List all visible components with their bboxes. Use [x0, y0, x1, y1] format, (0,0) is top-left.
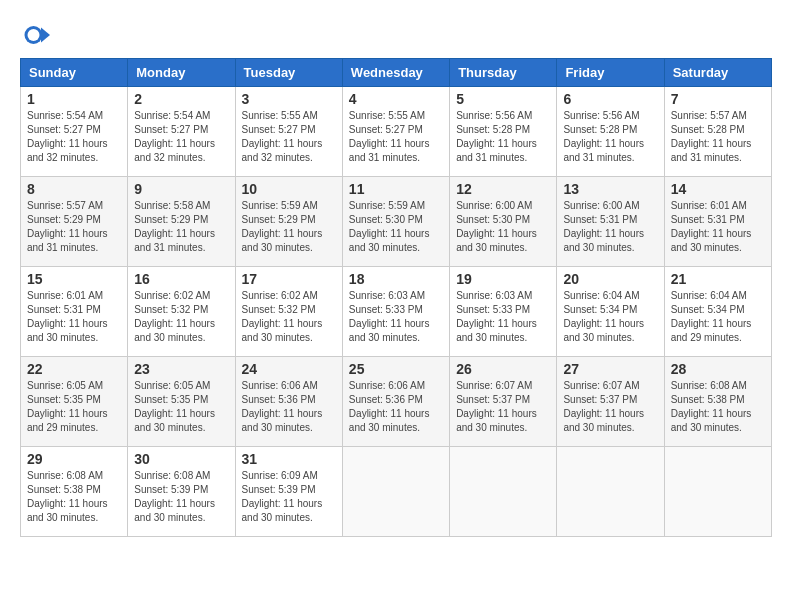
calendar-header-sunday: Sunday: [21, 59, 128, 87]
day-info: Sunrise: 6:07 AM Sunset: 5:37 PM Dayligh…: [456, 379, 550, 435]
day-info: Sunrise: 5:57 AM Sunset: 5:28 PM Dayligh…: [671, 109, 765, 165]
day-number: 24: [242, 361, 336, 377]
day-number: 15: [27, 271, 121, 287]
calendar-cell: 15 Sunrise: 6:01 AM Sunset: 5:31 PM Dayl…: [21, 267, 128, 357]
calendar-cell: 28 Sunrise: 6:08 AM Sunset: 5:38 PM Dayl…: [664, 357, 771, 447]
calendar-cell: 2 Sunrise: 5:54 AM Sunset: 5:27 PM Dayli…: [128, 87, 235, 177]
day-number: 9: [134, 181, 228, 197]
day-info: Sunrise: 6:09 AM Sunset: 5:39 PM Dayligh…: [242, 469, 336, 525]
day-number: 16: [134, 271, 228, 287]
calendar-cell: 19 Sunrise: 6:03 AM Sunset: 5:33 PM Dayl…: [450, 267, 557, 357]
calendar-header-row: SundayMondayTuesdayWednesdayThursdayFrid…: [21, 59, 772, 87]
day-number: 30: [134, 451, 228, 467]
calendar-cell: 31 Sunrise: 6:09 AM Sunset: 5:39 PM Dayl…: [235, 447, 342, 537]
calendar-cell: [664, 447, 771, 537]
day-info: Sunrise: 5:59 AM Sunset: 5:30 PM Dayligh…: [349, 199, 443, 255]
logo-icon: [20, 20, 50, 50]
day-number: 18: [349, 271, 443, 287]
calendar-table: SundayMondayTuesdayWednesdayThursdayFrid…: [20, 58, 772, 537]
day-info: Sunrise: 6:08 AM Sunset: 5:38 PM Dayligh…: [671, 379, 765, 435]
day-number: 11: [349, 181, 443, 197]
day-number: 21: [671, 271, 765, 287]
day-info: Sunrise: 6:06 AM Sunset: 5:36 PM Dayligh…: [242, 379, 336, 435]
calendar-cell: 21 Sunrise: 6:04 AM Sunset: 5:34 PM Dayl…: [664, 267, 771, 357]
day-info: Sunrise: 5:57 AM Sunset: 5:29 PM Dayligh…: [27, 199, 121, 255]
day-number: 26: [456, 361, 550, 377]
calendar-cell: 24 Sunrise: 6:06 AM Sunset: 5:36 PM Dayl…: [235, 357, 342, 447]
page-header: [20, 20, 772, 50]
calendar-week-row: 22 Sunrise: 6:05 AM Sunset: 5:35 PM Dayl…: [21, 357, 772, 447]
calendar-header-friday: Friday: [557, 59, 664, 87]
day-info: Sunrise: 6:03 AM Sunset: 5:33 PM Dayligh…: [456, 289, 550, 345]
day-number: 27: [563, 361, 657, 377]
calendar-header-monday: Monday: [128, 59, 235, 87]
day-info: Sunrise: 6:03 AM Sunset: 5:33 PM Dayligh…: [349, 289, 443, 345]
day-number: 29: [27, 451, 121, 467]
calendar-cell: 8 Sunrise: 5:57 AM Sunset: 5:29 PM Dayli…: [21, 177, 128, 267]
calendar-cell: 5 Sunrise: 5:56 AM Sunset: 5:28 PM Dayli…: [450, 87, 557, 177]
calendar-header-saturday: Saturday: [664, 59, 771, 87]
day-info: Sunrise: 5:55 AM Sunset: 5:27 PM Dayligh…: [349, 109, 443, 165]
day-number: 8: [27, 181, 121, 197]
day-info: Sunrise: 5:54 AM Sunset: 5:27 PM Dayligh…: [27, 109, 121, 165]
calendar-cell: 16 Sunrise: 6:02 AM Sunset: 5:32 PM Dayl…: [128, 267, 235, 357]
calendar-cell: 26 Sunrise: 6:07 AM Sunset: 5:37 PM Dayl…: [450, 357, 557, 447]
calendar-cell: [342, 447, 449, 537]
day-number: 22: [27, 361, 121, 377]
day-info: Sunrise: 5:55 AM Sunset: 5:27 PM Dayligh…: [242, 109, 336, 165]
logo: [20, 20, 54, 50]
calendar-cell: 29 Sunrise: 6:08 AM Sunset: 5:38 PM Dayl…: [21, 447, 128, 537]
day-info: Sunrise: 6:08 AM Sunset: 5:39 PM Dayligh…: [134, 469, 228, 525]
calendar-cell: 1 Sunrise: 5:54 AM Sunset: 5:27 PM Dayli…: [21, 87, 128, 177]
calendar-cell: 30 Sunrise: 6:08 AM Sunset: 5:39 PM Dayl…: [128, 447, 235, 537]
day-number: 10: [242, 181, 336, 197]
day-number: 19: [456, 271, 550, 287]
day-info: Sunrise: 6:02 AM Sunset: 5:32 PM Dayligh…: [242, 289, 336, 345]
day-info: Sunrise: 6:01 AM Sunset: 5:31 PM Dayligh…: [27, 289, 121, 345]
day-number: 4: [349, 91, 443, 107]
day-info: Sunrise: 5:54 AM Sunset: 5:27 PM Dayligh…: [134, 109, 228, 165]
svg-marker-1: [41, 28, 50, 43]
day-info: Sunrise: 6:00 AM Sunset: 5:31 PM Dayligh…: [563, 199, 657, 255]
calendar-cell: 27 Sunrise: 6:07 AM Sunset: 5:37 PM Dayl…: [557, 357, 664, 447]
day-number: 3: [242, 91, 336, 107]
day-info: Sunrise: 6:01 AM Sunset: 5:31 PM Dayligh…: [671, 199, 765, 255]
day-info: Sunrise: 6:07 AM Sunset: 5:37 PM Dayligh…: [563, 379, 657, 435]
day-info: Sunrise: 6:00 AM Sunset: 5:30 PM Dayligh…: [456, 199, 550, 255]
day-info: Sunrise: 5:58 AM Sunset: 5:29 PM Dayligh…: [134, 199, 228, 255]
calendar-cell: 22 Sunrise: 6:05 AM Sunset: 5:35 PM Dayl…: [21, 357, 128, 447]
day-number: 20: [563, 271, 657, 287]
calendar-week-row: 8 Sunrise: 5:57 AM Sunset: 5:29 PM Dayli…: [21, 177, 772, 267]
day-number: 7: [671, 91, 765, 107]
calendar-cell: 18 Sunrise: 6:03 AM Sunset: 5:33 PM Dayl…: [342, 267, 449, 357]
day-number: 17: [242, 271, 336, 287]
day-info: Sunrise: 6:06 AM Sunset: 5:36 PM Dayligh…: [349, 379, 443, 435]
day-number: 12: [456, 181, 550, 197]
calendar-header-thursday: Thursday: [450, 59, 557, 87]
day-number: 23: [134, 361, 228, 377]
day-number: 5: [456, 91, 550, 107]
calendar-cell: [450, 447, 557, 537]
calendar-week-row: 29 Sunrise: 6:08 AM Sunset: 5:38 PM Dayl…: [21, 447, 772, 537]
day-info: Sunrise: 6:05 AM Sunset: 5:35 PM Dayligh…: [134, 379, 228, 435]
calendar-cell: 12 Sunrise: 6:00 AM Sunset: 5:30 PM Dayl…: [450, 177, 557, 267]
calendar-cell: 20 Sunrise: 6:04 AM Sunset: 5:34 PM Dayl…: [557, 267, 664, 357]
day-info: Sunrise: 6:02 AM Sunset: 5:32 PM Dayligh…: [134, 289, 228, 345]
day-number: 31: [242, 451, 336, 467]
calendar-cell: 17 Sunrise: 6:02 AM Sunset: 5:32 PM Dayl…: [235, 267, 342, 357]
calendar-cell: 7 Sunrise: 5:57 AM Sunset: 5:28 PM Dayli…: [664, 87, 771, 177]
day-number: 28: [671, 361, 765, 377]
calendar-header-tuesday: Tuesday: [235, 59, 342, 87]
calendar-week-row: 1 Sunrise: 5:54 AM Sunset: 5:27 PM Dayli…: [21, 87, 772, 177]
day-info: Sunrise: 5:56 AM Sunset: 5:28 PM Dayligh…: [456, 109, 550, 165]
day-number: 1: [27, 91, 121, 107]
calendar-cell: [557, 447, 664, 537]
calendar-cell: 4 Sunrise: 5:55 AM Sunset: 5:27 PM Dayli…: [342, 87, 449, 177]
calendar-cell: 14 Sunrise: 6:01 AM Sunset: 5:31 PM Dayl…: [664, 177, 771, 267]
calendar-cell: 3 Sunrise: 5:55 AM Sunset: 5:27 PM Dayli…: [235, 87, 342, 177]
calendar-cell: 6 Sunrise: 5:56 AM Sunset: 5:28 PM Dayli…: [557, 87, 664, 177]
day-info: Sunrise: 6:04 AM Sunset: 5:34 PM Dayligh…: [563, 289, 657, 345]
day-number: 13: [563, 181, 657, 197]
day-info: Sunrise: 5:59 AM Sunset: 5:29 PM Dayligh…: [242, 199, 336, 255]
day-info: Sunrise: 6:04 AM Sunset: 5:34 PM Dayligh…: [671, 289, 765, 345]
